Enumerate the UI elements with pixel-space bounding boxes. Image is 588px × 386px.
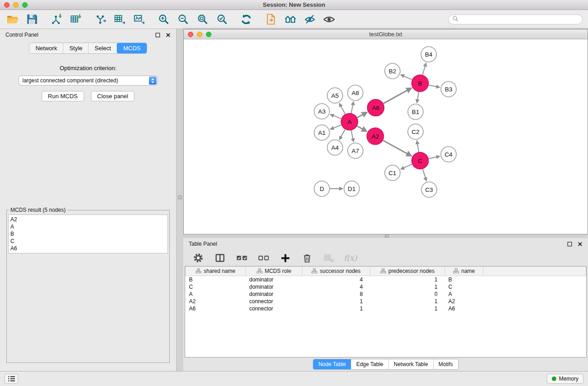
maximize-window-button[interactable]	[22, 2, 28, 8]
search-field[interactable]	[448, 14, 583, 24]
table-row-A2[interactable]: A2connector11A2	[186, 298, 586, 305]
table-row-A[interactable]: Adominator80A	[186, 291, 586, 298]
graph-edge-A-A8[interactable]	[351, 102, 354, 113]
close-panel-button[interactable]: Close panel	[91, 91, 135, 101]
select-all-button[interactable]	[235, 251, 249, 265]
table-row-C[interactable]: Cdominator41C	[186, 283, 586, 291]
table-cell[interactable]: A	[186, 291, 246, 298]
open-folder-button[interactable]	[5, 12, 19, 27]
refresh-button[interactable]	[239, 12, 253, 27]
column-header-name[interactable]: name	[445, 267, 483, 276]
table-cell[interactable]: dominator	[246, 283, 302, 291]
minimize-window-button[interactable]	[13, 2, 19, 8]
graph-node-B2[interactable]: B2	[385, 63, 400, 79]
tab-motifs[interactable]: Motifs	[433, 359, 458, 369]
export-table-button[interactable]	[113, 12, 126, 27]
zoom-in-button[interactable]	[157, 12, 170, 27]
delete-row-button[interactable]	[300, 251, 314, 265]
mcds-result-list[interactable]: A2ABCA6	[8, 214, 168, 253]
graph-node-A5[interactable]: A5	[327, 88, 343, 103]
table-cell[interactable]: A2	[445, 298, 483, 305]
graph-node-A8[interactable]: A8	[348, 85, 363, 100]
graph-node-A4[interactable]: A4	[327, 140, 343, 155]
graph-edge-A-A1[interactable]	[330, 125, 341, 129]
double-house-button[interactable]	[283, 12, 297, 27]
mcds-result-item[interactable]: A2	[10, 216, 166, 223]
table-cell[interactable]: 1	[370, 305, 445, 312]
table-cell[interactable]: connector	[246, 305, 302, 312]
mcds-result-item[interactable]: C	[10, 238, 166, 245]
table-cell[interactable]: 1	[370, 283, 445, 291]
graph-edge-B-B4[interactable]	[423, 63, 426, 75]
show-columns-button[interactable]	[213, 251, 227, 265]
column-header-shared-name[interactable]: shared name	[186, 267, 246, 276]
graph-node-B4[interactable]: B4	[421, 47, 436, 62]
vertical-splitter[interactable]	[177, 29, 183, 371]
network-canvas[interactable]: B4B2BB3A8A5A6A3B1AC2A1A2A4A7C4CC1DD1C3	[184, 39, 588, 234]
graph-edge-A6-B[interactable]	[383, 88, 411, 103]
memory-button[interactable]: Memory	[547, 374, 583, 384]
graph-edge-B-B3[interactable]	[429, 85, 440, 87]
horizontal-splitter[interactable]	[183, 234, 588, 238]
graph-node-A3[interactable]: A3	[314, 104, 330, 119]
table-cell[interactable]: connector	[246, 298, 302, 305]
import-table-button[interactable]	[69, 12, 82, 27]
graph-edge-C-C1[interactable]	[401, 164, 412, 169]
graph-node-B1[interactable]: B1	[408, 104, 423, 119]
graph-node-D[interactable]: D	[314, 181, 330, 196]
document-arrow-button[interactable]	[264, 12, 277, 27]
tab-node-table[interactable]: Node Table	[313, 359, 351, 369]
maximize-network-button[interactable]	[206, 32, 211, 37]
import-network-button[interactable]	[49, 12, 63, 27]
table-row-A6[interactable]: A6connector11A6	[186, 305, 586, 312]
table-cell[interactable]: dominator	[246, 276, 302, 283]
tab-mcds[interactable]: MCDS	[117, 43, 146, 53]
minimize-network-button[interactable]	[197, 32, 202, 37]
graph-node-D1[interactable]: D1	[344, 181, 359, 196]
network-graph[interactable]: B4B2BB3A8A5A6A3B1AC2A1A2A4A7C4CC1DD1C3	[184, 39, 588, 232]
graph-edge-A2-C[interactable]	[383, 140, 411, 156]
table-cell[interactable]: 4	[302, 283, 370, 291]
close-panel-icon[interactable]	[578, 242, 583, 247]
graph-edge-A-A5[interactable]	[339, 104, 345, 114]
tab-edge-table[interactable]: Edge Table	[351, 359, 388, 369]
table-cell[interactable]: 4	[302, 276, 370, 283]
mcds-result-item[interactable]: A	[10, 223, 166, 230]
graph-node-C1[interactable]: C1	[385, 165, 400, 181]
table-cell[interactable]: 0	[370, 291, 445, 298]
table-cell[interactable]: A6	[445, 305, 483, 312]
table-cell[interactable]: 1	[302, 305, 370, 312]
graph-node-A1[interactable]: A1	[314, 125, 330, 140]
table-cell[interactable]: A	[445, 291, 483, 298]
optimization-criterion-select[interactable]: largest connected component (directed)	[19, 76, 158, 86]
export-image-button[interactable]	[132, 12, 146, 27]
graph-edge-A-A6[interactable]	[357, 112, 367, 118]
graph-edge-B-B2[interactable]	[401, 75, 412, 80]
tab-select[interactable]: Select	[88, 43, 117, 53]
graph-node-A[interactable]: A	[341, 114, 358, 130]
tab-network[interactable]: Network	[29, 43, 63, 53]
graph-edge-C-C2[interactable]	[417, 141, 419, 152]
zoom-fit-button[interactable]	[196, 12, 209, 27]
table-cell[interactable]: 8	[302, 291, 370, 298]
task-history-button[interactable]	[5, 374, 18, 384]
float-panel-icon[interactable]	[567, 242, 572, 247]
table-cell[interactable]: C	[186, 283, 246, 291]
deselect-all-button[interactable]	[257, 251, 270, 265]
graph-node-B[interactable]: B	[412, 75, 429, 92]
run-mcds-button[interactable]: Run MCDS	[42, 91, 84, 101]
graph-edge-A-A7[interactable]	[351, 130, 354, 142]
mcds-result-item[interactable]: A6	[10, 245, 166, 252]
table-cell[interactable]: B	[445, 276, 483, 283]
zoom-out-button[interactable]	[176, 12, 190, 27]
save-floppy-button[interactable]	[25, 12, 38, 27]
table-cell[interactable]: 1	[370, 298, 445, 305]
close-network-button[interactable]	[188, 32, 193, 37]
graph-edge-C-C3[interactable]	[423, 169, 426, 181]
graph-node-C2[interactable]: C2	[408, 124, 423, 139]
tab-network-table[interactable]: Network Table	[388, 359, 433, 369]
settings-gear-button[interactable]	[191, 251, 205, 265]
graph-edge-A-A2[interactable]	[357, 126, 367, 132]
add-row-button[interactable]	[278, 251, 292, 265]
graph-node-C3[interactable]: C3	[421, 182, 437, 197]
